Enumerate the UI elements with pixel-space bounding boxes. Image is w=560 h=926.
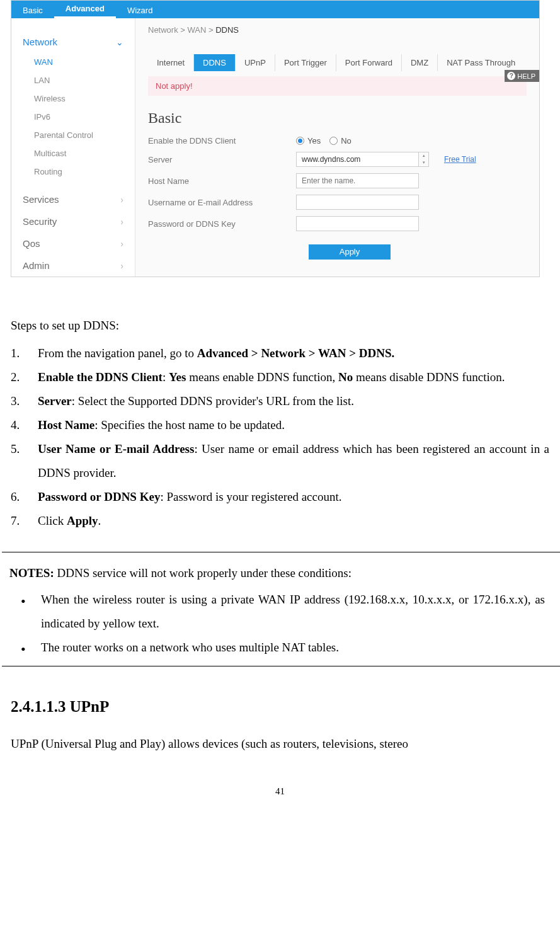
breadcrumb-part: WAN xyxy=(188,25,207,35)
section-title: Basic xyxy=(135,101,539,133)
chevron-right-icon: › xyxy=(120,261,123,271)
help-button[interactable]: ? HELP xyxy=(505,70,539,82)
spin-down-icon: ▾ xyxy=(419,159,428,166)
note-item: When the wireless router is using a priv… xyxy=(2,588,560,636)
step-item: Password or DDNS Key: Password is your r… xyxy=(11,485,549,509)
wan-sub-tabs: Internet DDNS UPnP Port Trigger Port For… xyxy=(148,54,539,71)
sidebar: Network ⌄ WAN LAN Wireless IPv6 Parental… xyxy=(11,18,135,277)
step-item: From the navigation panel, go to Advance… xyxy=(11,341,549,365)
server-input[interactable] xyxy=(296,152,419,167)
sub-tab-ddns[interactable]: DDNS xyxy=(194,54,236,71)
spin-up-icon: ▴ xyxy=(419,152,428,159)
password-label: Password or DDNS Key xyxy=(148,219,296,229)
step-item: Server: Select the Supported DDNS provid… xyxy=(11,389,549,413)
enable-yes-option[interactable]: Yes xyxy=(296,136,321,146)
note-item: The router works on a network who uses m… xyxy=(2,636,560,660)
server-spinner[interactable]: ▴ ▾ xyxy=(419,152,429,167)
sub-tab-upnp[interactable]: UPnP xyxy=(236,54,275,71)
sidebar-section-label: Network xyxy=(23,37,57,47)
notes-intro: NOTES: DDNS service will not work proper… xyxy=(2,559,560,588)
router-admin-screenshot: Basic Advanced Wizard Network ⌄ WAN LAN … xyxy=(11,0,540,277)
enable-no-option[interactable]: No xyxy=(329,136,351,146)
hostname-input[interactable] xyxy=(296,173,419,188)
sub-tab-port-trigger[interactable]: Port Trigger xyxy=(275,54,336,71)
sidebar-item-routing[interactable]: Routing xyxy=(11,163,135,181)
upnp-paragraph: UPnP (Universal Plug and Play) allows de… xyxy=(11,732,549,756)
help-icon: ? xyxy=(507,72,515,80)
chevron-right-icon: › xyxy=(120,195,123,205)
page-number: 41 xyxy=(0,786,560,804)
sub-tab-internet[interactable]: Internet xyxy=(148,54,194,71)
step-item: Click Apply. xyxy=(11,509,549,533)
radio-icon xyxy=(296,137,304,145)
top-tab-wizard[interactable]: Wizard xyxy=(116,2,164,18)
radio-icon xyxy=(329,137,338,145)
step-item: Enable the DDNS Client: Yes means enable… xyxy=(11,365,549,389)
upnp-heading: 2.4.1.1.3 UPnP xyxy=(11,698,549,716)
top-tab-basic[interactable]: Basic xyxy=(11,2,54,18)
free-trial-link[interactable]: Free Trial xyxy=(444,155,476,164)
sidebar-item-wireless[interactable]: Wireless xyxy=(11,89,135,108)
username-input[interactable] xyxy=(296,195,419,210)
breadcrumb: Network > WAN > DDNS xyxy=(135,18,539,42)
sub-tab-nat-pass[interactable]: NAT Pass Through xyxy=(438,54,524,71)
main-content: Network > WAN > DDNS Internet DDNS UPnP … xyxy=(135,18,539,277)
top-tab-advanced[interactable]: Advanced xyxy=(54,0,116,18)
server-label: Server xyxy=(148,155,296,164)
sub-tab-dmz[interactable]: DMZ xyxy=(402,54,438,71)
sidebar-item-lan[interactable]: LAN xyxy=(11,71,135,89)
sidebar-section-security[interactable]: Security › xyxy=(11,210,135,232)
radio-label: Yes xyxy=(307,136,321,146)
sidebar-item-ipv6[interactable]: IPv6 xyxy=(11,108,135,126)
steps-intro: Steps to set up DDNS: xyxy=(11,314,549,338)
sidebar-section-label: Admin xyxy=(23,260,50,271)
sidebar-section-admin[interactable]: Admin › xyxy=(11,254,135,277)
document-body: Steps to set up DDNS: From the navigatio… xyxy=(0,277,549,756)
chevron-right-icon: › xyxy=(120,217,123,227)
chevron-right-icon: › xyxy=(120,239,123,249)
apply-button[interactable]: Apply xyxy=(309,244,391,260)
hostname-label: Host Name xyxy=(148,176,296,186)
chevron-down-icon: ⌄ xyxy=(116,37,123,47)
enable-ddns-label: Enable the DDNS Client xyxy=(148,136,296,146)
sidebar-section-label: Security xyxy=(23,216,57,227)
sidebar-item-parental[interactable]: Parental Control xyxy=(11,126,135,144)
sidebar-section-services[interactable]: Services › xyxy=(11,188,135,210)
sidebar-section-label: Qos xyxy=(23,238,40,249)
step-item: Host Name: Specifies the host name to be… xyxy=(11,413,549,437)
steps-list: From the navigation panel, go to Advance… xyxy=(11,341,549,533)
sub-tab-port-forward[interactable]: Port Forward xyxy=(336,54,402,71)
notes-box: NOTES: DDNS service will not work proper… xyxy=(2,552,560,666)
sidebar-item-multicast[interactable]: Multicast xyxy=(11,144,135,163)
password-input[interactable] xyxy=(296,216,419,231)
sidebar-section-qos[interactable]: Qos › xyxy=(11,232,135,254)
breadcrumb-part: Network xyxy=(148,25,178,35)
sidebar-section-label: Services xyxy=(23,194,59,205)
radio-label: No xyxy=(341,136,351,146)
sidebar-item-wan[interactable]: WAN xyxy=(11,53,135,71)
help-label: HELP xyxy=(517,72,535,80)
notes-list: When the wireless router is using a priv… xyxy=(2,588,560,660)
top-tabs: Basic Advanced Wizard xyxy=(11,1,539,18)
alert-banner: Not apply! xyxy=(148,76,527,96)
breadcrumb-current: DDNS xyxy=(215,25,239,35)
step-item: User Name or E-mail Address: User name o… xyxy=(11,437,549,485)
username-label: Username or E-mail Address xyxy=(148,198,296,207)
sidebar-section-network[interactable]: Network ⌄ xyxy=(11,31,135,53)
